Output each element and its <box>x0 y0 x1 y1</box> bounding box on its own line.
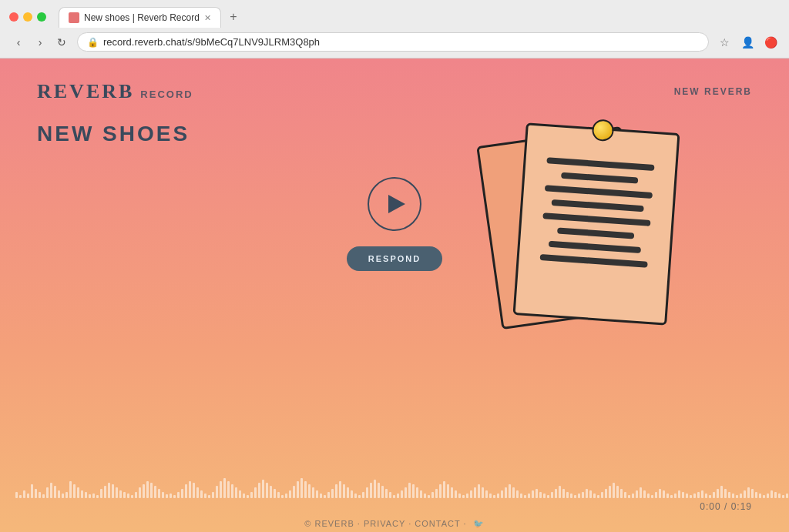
waveform-bar <box>620 489 623 498</box>
waveform-bar <box>485 490 488 498</box>
waveform-bar <box>42 494 45 498</box>
respond-button[interactable]: RESPOND <box>347 246 442 271</box>
waveform-bar <box>458 494 461 498</box>
waveform-bar <box>320 494 322 498</box>
waveform-bar <box>250 492 253 498</box>
waveform-bar <box>335 484 337 498</box>
browser-chrome: New shoes | Reverb Record ✕ + ‹ › ↻ 🔒 re… <box>0 0 789 59</box>
waveform-bar <box>92 494 95 498</box>
waveform-bar <box>532 490 534 498</box>
waveform-bar <box>81 490 83 498</box>
waveform-bar <box>35 489 37 498</box>
reload-button[interactable]: ↻ <box>52 33 71 52</box>
waveform-bar <box>566 492 569 498</box>
waveform-bar <box>724 489 727 498</box>
waveform-bar <box>162 492 164 498</box>
waveform-bar <box>574 495 576 498</box>
play-icon <box>388 195 405 213</box>
waveform-bar <box>227 481 230 498</box>
logo-record: RECORD <box>140 89 193 100</box>
waveform-bar <box>601 492 603 498</box>
bookmark-icon[interactable]: ☆ <box>715 33 734 52</box>
waveform-bar <box>46 487 49 498</box>
minimize-button[interactable] <box>23 12 32 22</box>
extension-icon[interactable]: 🔴 <box>761 33 780 52</box>
waveform-bar <box>327 492 330 498</box>
waveform-bar <box>516 490 519 498</box>
waveform-bar <box>470 490 472 498</box>
new-reverb-link[interactable]: NEW REVERB <box>674 86 752 97</box>
notepad-pin <box>592 119 615 142</box>
waveform-bar <box>447 484 449 498</box>
waveform-bar <box>482 487 484 498</box>
waveform-bar <box>501 490 503 498</box>
back-button[interactable]: ‹ <box>9 33 28 52</box>
waveform-bar <box>774 492 777 498</box>
waveform-bar <box>605 489 607 498</box>
waveform-container <box>0 452 789 498</box>
waveform-bar <box>381 486 384 498</box>
waveform-bar <box>62 494 64 498</box>
waveform-bar <box>713 492 715 498</box>
waveform-bar <box>728 492 730 498</box>
waveform-bar <box>23 490 25 498</box>
twitter-icon[interactable]: 🐦 <box>473 519 485 528</box>
new-tab-button[interactable]: + <box>223 6 244 28</box>
waveform-bar <box>435 489 438 498</box>
waveform-bar <box>177 492 180 498</box>
waveform-bar <box>223 478 226 498</box>
profile-icon[interactable]: 👤 <box>738 33 757 52</box>
waveform-bar <box>431 492 434 498</box>
waveform-bar <box>771 490 773 498</box>
waveform-bar <box>331 489 334 498</box>
waveform-bar <box>77 487 79 498</box>
waveform-bar <box>767 494 769 498</box>
waveform-bar <box>389 492 391 498</box>
maximize-button[interactable] <box>37 12 46 22</box>
waveform-bar <box>489 494 492 498</box>
waveform-bar <box>204 494 206 498</box>
waveform-bar <box>170 494 172 498</box>
tab-close-icon[interactable]: ✕ <box>204 13 211 23</box>
waveform-bar <box>312 487 314 498</box>
waveform-bar <box>744 490 746 498</box>
waveform-bar <box>643 490 646 498</box>
waveform-bar <box>289 490 291 498</box>
waveform-bar <box>378 483 380 498</box>
waveform-bar <box>108 483 110 498</box>
waveform-bar <box>720 486 723 498</box>
forward-button[interactable]: › <box>31 33 49 52</box>
url-text: record.reverb.chat/s/9bMeCq7LNV9JLRM3Q8p… <box>103 36 699 48</box>
waveform-bar <box>609 486 611 498</box>
waveform-bar <box>416 487 418 498</box>
waveform-bar <box>424 494 426 498</box>
browser-tab[interactable]: New shoes | Reverb Record ✕ <box>59 7 221 28</box>
waveform-bar <box>632 494 634 498</box>
waveform-bar <box>589 490 592 498</box>
waveform-bar <box>439 484 442 498</box>
waveform-bar <box>185 484 187 498</box>
waveform-bar <box>354 494 357 498</box>
notepad-illustration <box>496 120 712 336</box>
waveform-bar <box>362 492 364 498</box>
waveform-bar <box>755 492 757 498</box>
nav-buttons: ‹ › ↻ <box>9 33 71 52</box>
waveform-bar <box>613 483 615 498</box>
waveform-bar <box>154 486 156 498</box>
waveform-bar <box>119 490 122 498</box>
waveform-bar <box>586 489 588 498</box>
waveform-bar <box>254 487 257 498</box>
waveform-bar <box>747 487 750 498</box>
notepad-line-6 <box>557 227 634 239</box>
waveform-bar <box>455 490 457 498</box>
waveform-bar <box>701 490 703 498</box>
waveform-bar <box>266 483 268 498</box>
play-button[interactable] <box>368 177 421 231</box>
waveform-bar <box>65 492 68 498</box>
close-button[interactable] <box>9 12 18 22</box>
browser-addressbar: ‹ › ↻ 🔒 record.reverb.chat/s/9bMeCq7LNV9… <box>0 28 789 58</box>
waveform-bar <box>85 492 87 498</box>
address-bar[interactable]: 🔒 record.reverb.chat/s/9bMeCq7LNV9JLRM3Q… <box>77 32 709 52</box>
waveform-bar <box>231 484 233 498</box>
waveform-bar <box>173 495 176 498</box>
